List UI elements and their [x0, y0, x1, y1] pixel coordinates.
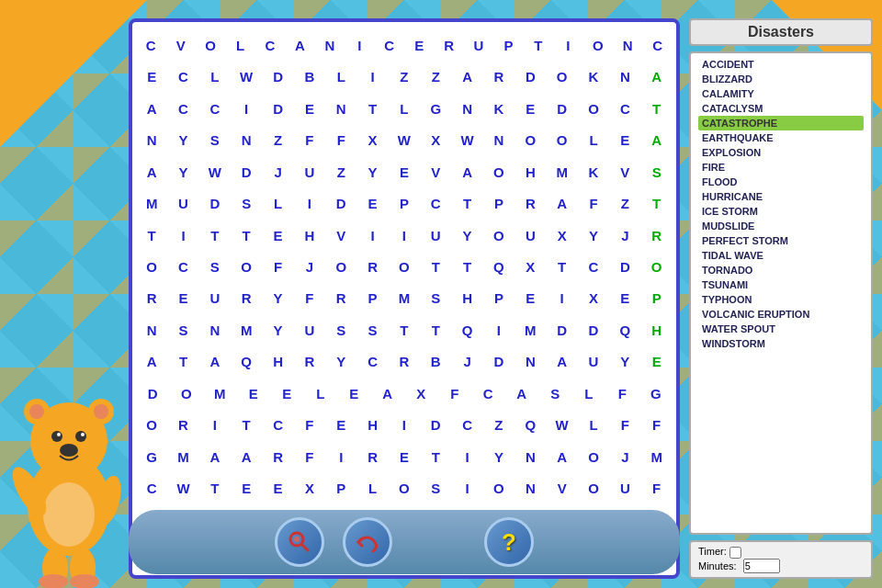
grid-cell[interactable]: A: [455, 64, 481, 90]
grid-cell[interactable]: Z: [486, 413, 512, 438]
grid-cell[interactable]: W: [455, 128, 481, 153]
grid-cell[interactable]: K: [581, 64, 606, 90]
grid-cell[interactable]: S: [423, 476, 448, 502]
grid-cell[interactable]: E: [171, 286, 197, 311]
grid-cell[interactable]: E: [274, 380, 300, 406]
grid-cell[interactable]: L: [228, 32, 254, 58]
grid-cell[interactable]: A: [233, 444, 259, 469]
grid-cell[interactable]: M: [517, 317, 543, 343]
grid-cell[interactable]: T: [455, 191, 481, 217]
grid-cell[interactable]: S: [233, 191, 259, 217]
grid-cell[interactable]: A: [202, 349, 228, 375]
grid-cell[interactable]: P: [328, 476, 354, 502]
grid-cell[interactable]: C: [171, 254, 197, 280]
grid-cell[interactable]: O: [581, 444, 606, 469]
grid-cell[interactable]: A: [509, 380, 535, 406]
grid-cell[interactable]: F: [644, 413, 670, 438]
grid-cell[interactable]: A: [139, 96, 164, 121]
hint-button[interactable]: ?: [484, 517, 534, 567]
grid-cell[interactable]: M: [233, 317, 259, 343]
grid-cell[interactable]: N: [486, 128, 512, 153]
grid-cell[interactable]: D: [581, 317, 606, 343]
grid-cell[interactable]: O: [391, 254, 417, 280]
grid-cell[interactable]: O: [549, 128, 575, 153]
grid-cell[interactable]: R: [266, 444, 291, 469]
grid-cell[interactable]: O: [174, 380, 199, 406]
grid-cell[interactable]: H: [266, 349, 291, 375]
grid-cell[interactable]: R: [360, 444, 386, 469]
grid-cell[interactable]: X: [517, 254, 543, 280]
grid-cell[interactable]: O: [517, 128, 543, 153]
grid-cell[interactable]: M: [644, 444, 670, 469]
grid-cell[interactable]: C: [171, 64, 197, 90]
word-list-item[interactable]: CATACLYSM: [698, 101, 864, 116]
grid-cell[interactable]: K: [486, 96, 512, 121]
grid-cell[interactable]: W: [171, 476, 197, 502]
grid-cell[interactable]: T: [360, 96, 386, 121]
grid-cell[interactable]: Q: [612, 317, 638, 343]
grid-cell[interactable]: N: [517, 476, 543, 502]
grid-cell[interactable]: B: [297, 64, 322, 90]
grid-cell[interactable]: C: [266, 413, 291, 438]
grid-cell[interactable]: O: [198, 32, 223, 58]
grid-cell[interactable]: H: [360, 413, 386, 438]
grid-cell[interactable]: W: [549, 413, 575, 438]
grid-cell[interactable]: X: [360, 128, 386, 153]
grid-cell[interactable]: A: [549, 349, 575, 375]
grid-cell[interactable]: I: [391, 222, 417, 248]
grid-cell[interactable]: G: [139, 444, 164, 469]
grid-cell[interactable]: Z: [391, 64, 417, 90]
grid-cell[interactable]: C: [257, 32, 283, 58]
grid-cell[interactable]: Y: [581, 222, 606, 248]
grid-cell[interactable]: E: [612, 286, 638, 311]
grid-cell[interactable]: U: [517, 222, 543, 248]
grid-cell[interactable]: E: [139, 64, 164, 90]
grid-cell[interactable]: V: [612, 159, 638, 185]
grid-cell[interactable]: E: [266, 222, 291, 248]
grid-cell[interactable]: O: [391, 476, 417, 502]
grid-cell[interactable]: W: [233, 64, 259, 90]
grid-cell[interactable]: C: [138, 32, 164, 58]
grid-cell[interactable]: X: [423, 128, 448, 153]
grid-cell[interactable]: D: [328, 191, 354, 217]
grid-cell[interactable]: M: [207, 380, 232, 406]
grid-cell[interactable]: N: [317, 32, 343, 58]
grid-cell[interactable]: N: [328, 96, 354, 121]
grid-cell[interactable]: T: [233, 222, 259, 248]
grid-cell[interactable]: A: [202, 444, 228, 469]
grid-cell[interactable]: A: [549, 191, 575, 217]
grid-cell[interactable]: R: [486, 64, 512, 90]
grid-cell[interactable]: R: [171, 413, 197, 438]
grid-cell[interactable]: T: [526, 32, 551, 58]
grid-cell[interactable]: C: [423, 191, 448, 217]
grid-cell[interactable]: J: [612, 444, 638, 469]
grid-cell[interactable]: M: [549, 159, 575, 185]
grid-cell[interactable]: S: [171, 317, 197, 343]
grid-cell[interactable]: S: [202, 128, 228, 153]
grid-cell[interactable]: L: [360, 476, 386, 502]
grid-cell[interactable]: Q: [233, 349, 259, 375]
grid-cell[interactable]: F: [609, 380, 635, 406]
grid-cell[interactable]: E: [517, 96, 543, 121]
grid-cell[interactable]: I: [346, 32, 372, 58]
grid-cell[interactable]: R: [517, 191, 543, 217]
grid-cell[interactable]: E: [391, 444, 417, 469]
grid-cell[interactable]: V: [423, 159, 448, 185]
grid-cell[interactable]: I: [391, 413, 417, 438]
grid-cell[interactable]: N: [517, 444, 543, 469]
grid-cell[interactable]: O: [328, 254, 354, 280]
grid-cell[interactable]: E: [241, 380, 266, 406]
grid-cell[interactable]: A: [287, 32, 312, 58]
grid-cell[interactable]: B: [423, 349, 448, 375]
grid-cell[interactable]: L: [581, 128, 606, 153]
grid-cell[interactable]: T: [202, 222, 228, 248]
word-list-item[interactable]: FIRE: [698, 160, 864, 175]
grid-cell[interactable]: Y: [612, 349, 638, 375]
grid-cell[interactable]: S: [644, 159, 670, 185]
grid-cell[interactable]: E: [341, 380, 367, 406]
grid-cell[interactable]: J: [455, 349, 481, 375]
grid-cell[interactable]: U: [297, 159, 322, 185]
grid-cell[interactable]: O: [139, 254, 164, 280]
grid-cell[interactable]: D: [486, 349, 512, 375]
grid-cell[interactable]: H: [517, 159, 543, 185]
